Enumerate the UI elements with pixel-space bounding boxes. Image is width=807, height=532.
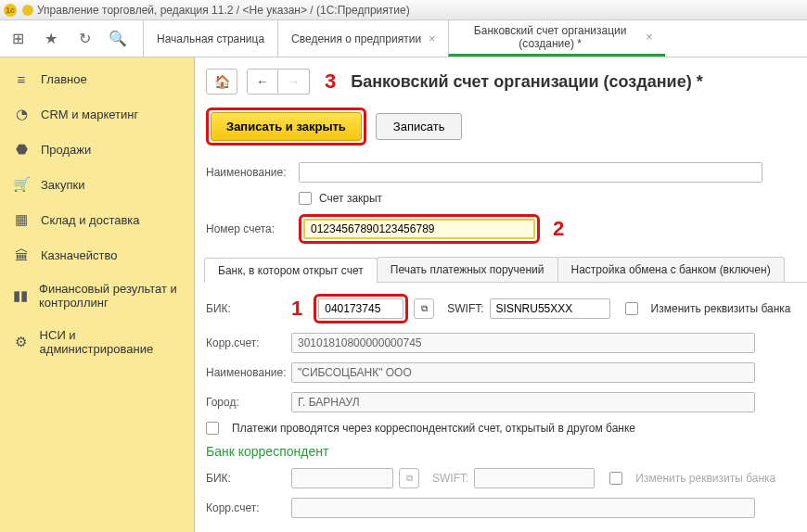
- bankname-input[interactable]: [291, 362, 755, 383]
- bank-icon: 🏛: [13, 247, 30, 263]
- menu-icon: ≡: [13, 70, 30, 87]
- bik2-select-button[interactable]: ⧉: [399, 468, 419, 488]
- city-input[interactable]: [291, 392, 755, 412]
- via-corr-label: Платежи проводятся через корреспондентск…: [232, 422, 635, 435]
- grid-icon: ▦: [13, 211, 30, 228]
- tab-start[interactable]: Начальная страница: [143, 20, 277, 57]
- swift-label: SWIFT:: [447, 302, 483, 315]
- bankname-label: Наименование:: [206, 366, 286, 379]
- annotation-3: 3: [325, 70, 336, 94]
- sidebar-item-purchase[interactable]: 🛒Закупки: [0, 167, 194, 202]
- apps-icon[interactable]: ⊞: [9, 31, 26, 47]
- close-icon[interactable]: ×: [646, 31, 652, 44]
- page-title: Банковский счет организации (создание) *: [351, 72, 702, 92]
- corr-input[interactable]: [291, 333, 755, 353]
- account-label: Номер счета:: [206, 222, 299, 235]
- content-area: 🏠 ← → 3 Банковский счет организации (соз…: [195, 57, 807, 532]
- window-title: Управление торговлей, редакция 11.2 / <Н…: [37, 4, 410, 17]
- account-input[interactable]: [303, 219, 535, 239]
- subtab-print[interactable]: Печать платежных поручений: [377, 257, 558, 282]
- top-toolbar: ⊞ ★ ↻ 🔍 Начальная страница Сведения о пр…: [0, 20, 807, 57]
- sidebar-item-label: Продажи: [41, 143, 91, 157]
- corr2-input[interactable]: [291, 498, 755, 518]
- sidebar-item-label: CRM и маркетинг: [41, 108, 138, 121]
- app-icon: 1c: [4, 4, 17, 17]
- gear-icon: ⚙: [13, 334, 29, 350]
- edit-req-checkbox[interactable]: [625, 302, 638, 315]
- tab-label: Сведения о предприятии: [291, 32, 421, 45]
- save-close-button[interactable]: Записать и закрыть: [211, 112, 362, 141]
- tab-bank-account[interactable]: Банковский счет организации (создание) *…: [448, 20, 665, 57]
- name-label: Наименование:: [206, 166, 299, 179]
- bik-select-button[interactable]: ⧉: [414, 298, 434, 319]
- sidebar-item-label: НСИ и администрирование: [40, 328, 181, 356]
- sidebar-item-treasury[interactable]: 🏛Казначейство: [0, 237, 194, 272]
- corr-label: Корр.счет:: [206, 336, 286, 349]
- annotation-frame-1: [314, 294, 408, 323]
- tag-icon: ⬣: [13, 141, 30, 158]
- pie-icon: ◔: [13, 106, 30, 122]
- home-button[interactable]: 🏠: [206, 69, 237, 95]
- sidebar-item-label: Склад и доставка: [41, 213, 140, 227]
- subtab-exchange[interactable]: Настройка обмена с банком (включен): [557, 257, 785, 282]
- edit-req2-label: Изменить реквизиты банка: [635, 472, 775, 485]
- subtab-bank[interactable]: Банк, в котором открыт счет: [204, 258, 378, 283]
- sidebar-item-crm[interactable]: ◔CRM и маркетинг: [0, 96, 194, 132]
- top-tabs: Начальная страница Сведения о предприяти…: [143, 20, 665, 57]
- edit-req2-checkbox[interactable]: [609, 472, 622, 485]
- city-label: Город:: [206, 396, 286, 409]
- annotation-frame-2: [299, 214, 540, 244]
- bik-label: БИК:: [206, 302, 286, 315]
- search-icon[interactable]: 🔍: [109, 31, 126, 47]
- edit-req-label: Изменить реквизиты банка: [651, 302, 791, 315]
- tab-label: Начальная страница: [157, 32, 264, 45]
- corr-bank-header: Банк корреспондент: [206, 444, 807, 459]
- tab-label: Банковский счет организации (создание) *: [462, 24, 638, 50]
- window-titlebar: 1c Управление торговлей, редакция 11.2 /…: [0, 0, 807, 20]
- cart-icon: 🛒: [13, 176, 30, 193]
- annotation-2: 2: [553, 217, 564, 241]
- sidebar-item-finance[interactable]: ▮▮Финансовый результат и контроллинг: [0, 272, 194, 319]
- sidebar-item-label: Финансовый результат и контроллинг: [39, 282, 181, 310]
- sidebar-item-sales[interactable]: ⬣Продажи: [0, 132, 194, 167]
- sidebar-item-main[interactable]: ≡Главное: [0, 61, 194, 96]
- corr2-label: Корр.счет:: [206, 501, 286, 514]
- forward-button[interactable]: →: [278, 69, 310, 95]
- back-button[interactable]: ←: [247, 69, 278, 95]
- sidebar-item-label: Главное: [41, 72, 87, 86]
- bars-icon: ▮▮: [13, 287, 28, 304]
- bik2-label: БИК:: [206, 472, 286, 485]
- annotation-frame-3: Записать и закрыть: [206, 108, 366, 146]
- sidebar-item-label: Казначейство: [41, 248, 117, 262]
- history-icon[interactable]: ↻: [76, 31, 93, 47]
- bik2-input[interactable]: [291, 468, 393, 488]
- sidebar-item-warehouse[interactable]: ▦Склад и доставка: [0, 202, 194, 237]
- save-button[interactable]: Записать: [376, 113, 463, 140]
- sidebar: ≡Главное ◔CRM и маркетинг ⬣Продажи 🛒Заку…: [0, 57, 195, 532]
- window-dot: [22, 5, 33, 16]
- swift-input[interactable]: [490, 298, 610, 319]
- sidebar-item-admin[interactable]: ⚙НСИ и администрирование: [0, 319, 194, 365]
- closed-label: Счет закрыт: [319, 192, 382, 205]
- swift2-input[interactable]: [474, 468, 595, 488]
- via-corr-checkbox[interactable]: [206, 422, 219, 435]
- bik-input[interactable]: [318, 298, 404, 319]
- close-icon[interactable]: ×: [429, 32, 435, 45]
- sidebar-item-label: Закупки: [41, 178, 84, 192]
- sub-tabs: Банк, в котором открыт счет Печать плате…: [204, 257, 807, 283]
- tab-company[interactable]: Сведения о предприятии×: [277, 20, 448, 57]
- star-icon[interactable]: ★: [43, 31, 59, 47]
- annotation-1: 1: [291, 297, 302, 321]
- swift2-label: SWIFT:: [432, 472, 468, 485]
- name-input[interactable]: [299, 162, 762, 183]
- closed-checkbox[interactable]: [299, 192, 312, 205]
